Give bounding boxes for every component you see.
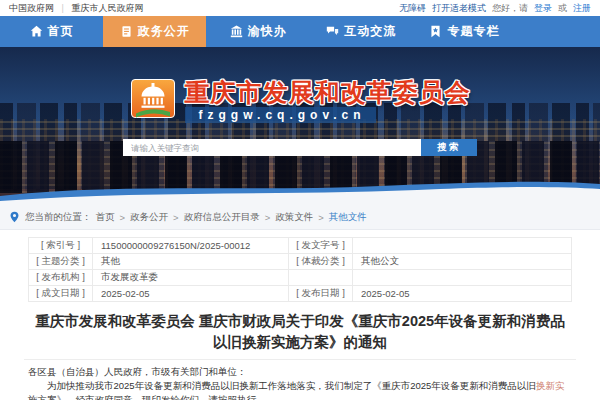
search-input[interactable] (123, 139, 421, 156)
site-titles: 重庆市发展和改革委员会 fzggw.cq.gov.cn (185, 79, 471, 123)
elder-mode-link[interactable]: 打开适老模式 (432, 2, 486, 15)
meta-label-topic: [ 主题分类 ] (29, 254, 93, 270)
building-icon (230, 25, 243, 38)
top-utility-bar: 中国政府网 | 重庆市人民政府网 无障碍 打开适老模式 您好，请 登录 或 注册 (0, 0, 600, 16)
meta-value-topic: 其他 (93, 254, 289, 270)
search-bar: 搜索 (123, 139, 477, 156)
breadcrumb-separator: > (173, 212, 179, 223)
nav-tab-special-topics[interactable]: 专题专栏 (413, 16, 516, 47)
meta-value-issuer: 市发展改革委 (93, 270, 289, 286)
breadcrumb-separator: > (265, 212, 271, 223)
nav-tab-label: 互动交流 (344, 23, 396, 40)
breadcrumb-separator: > (120, 212, 126, 223)
search-button[interactable]: 搜索 (421, 139, 477, 156)
nav-tab-interaction[interactable]: 互动交流 (310, 16, 413, 47)
location-pin-icon (10, 211, 19, 223)
meta-value-doc-number (353, 238, 572, 254)
nav-tab-label: 专题专栏 (447, 23, 499, 40)
paragraph-text: 施方案》，经市政府同意，现印发给你们，请按照执行。 (28, 394, 266, 400)
nav-tab-label: 首页 (48, 23, 74, 40)
agency-logo-icon (130, 79, 176, 123)
highlighted-keyword: 换新实 (536, 380, 565, 391)
nav-tab-label: 渝快办 (248, 23, 287, 40)
bookmark-icon (429, 25, 442, 38)
document-icon (120, 25, 133, 38)
site-name: 重庆市发展和改革委员会 (185, 79, 471, 105)
meta-value-index: 11500000009276150N/2025-00012 (93, 238, 289, 254)
meta-value-empty (353, 270, 572, 286)
meta-label-written-date: [ 成文日期 ] (29, 286, 93, 302)
topbar-separator: | (62, 3, 64, 13)
title-divider (24, 359, 576, 360)
link-chongqing-gov[interactable]: 重庆市人民政府网 (71, 3, 143, 13)
main-nav: 首页 政务公开 渝快办 互动交流 专题专栏 (0, 16, 600, 47)
home-icon (30, 25, 43, 38)
topbar-right: 无障碍 打开适老模式 您好，请 登录 或 注册 (399, 2, 591, 15)
main-nav-inner: 首页 政务公开 渝快办 互动交流 专题专栏 (0, 16, 516, 47)
article-body: 各区县（自治县）人民政府，市级有关部门和单位： 为加快推动我市2025年设备更新… (28, 365, 572, 400)
register-link[interactable]: 注册 (573, 2, 591, 15)
table-row: [ 索引号 ] 11500000009276150N/2025-00012 [ … (29, 238, 572, 254)
breadcrumb-item-gov-info[interactable]: 政务公开 (130, 211, 168, 224)
login-link[interactable]: 登录 (534, 2, 552, 15)
meta-label-doc-number: [ 发文字号 ] (289, 238, 353, 254)
breadcrumb-item-home[interactable]: 首页 (96, 211, 115, 224)
accessibility-link[interactable]: 无障碍 (399, 2, 426, 15)
breadcrumb-separator: > (318, 212, 324, 223)
link-china-gov[interactable]: 中国政府网 (9, 3, 54, 13)
article-salutation: 各区县（自治县）人民政府，市级有关部门和单位： (28, 365, 572, 379)
site-url: fzggw.cq.gov.cn (185, 107, 376, 123)
meta-label-empty (289, 270, 353, 286)
meta-label-genre: [ 体裁分类 ] (289, 254, 353, 270)
page: 中国政府网 | 重庆市人民政府网 无障碍 打开适老模式 您好，请 登录 或 注册… (0, 0, 600, 400)
meta-value-written-date: 2025-02-05 (93, 286, 289, 302)
greeting-text: 您好，请 (492, 2, 528, 15)
or-text: 或 (558, 2, 567, 15)
breadcrumb: 您当前的位置： 首页 > 政务公开 > 政府信息公开目录 > 政策文件 > 其他… (0, 205, 600, 230)
table-row: [ 成文日期 ] 2025-02-05 [ 发布日期 ] 2025-02-05 (29, 286, 572, 302)
meta-label-index: [ 索引号 ] (29, 238, 93, 254)
site-logo-block: 重庆市发展和改革委员会 fzggw.cq.gov.cn (0, 79, 600, 123)
nav-tab-yukuaiban[interactable]: 渝快办 (206, 16, 309, 47)
table-row: [ 主题分类 ] 其他 [ 体裁分类 ] 其他公文 (29, 254, 572, 270)
hero-banner: 重庆市发展和改革委员会 fzggw.cq.gov.cn 搜索 (0, 47, 600, 205)
chat-icon (326, 25, 339, 38)
breadcrumb-item-other-files[interactable]: 其他文件 (329, 211, 367, 224)
table-row: [ 发布机构 ] 市发展改革委 (29, 270, 572, 286)
paragraph-text: 为加快推动我市2025年设备更新和消费品以旧换新工作落地落实，我们制定了《重庆市… (47, 380, 536, 391)
breadcrumb-prefix: 您当前的位置： (25, 211, 92, 224)
doc-meta-table: [ 索引号 ] 11500000009276150N/2025-00012 [ … (28, 237, 572, 302)
breadcrumb-item-policy-files[interactable]: 政策文件 (275, 211, 313, 224)
meta-value-publish-date: 2025-02-05 (353, 286, 572, 302)
nav-tab-gov-info[interactable]: 政务公开 (103, 16, 206, 47)
nav-tab-label: 政务公开 (138, 23, 190, 40)
topbar-left: 中国政府网 | 重庆市人民政府网 (9, 2, 143, 15)
document-content: [ 索引号 ] 11500000009276150N/2025-00012 [ … (0, 230, 600, 400)
article-paragraph: 为加快推动我市2025年设备更新和消费品以旧换新工作落地落实，我们制定了《重庆市… (28, 379, 572, 400)
banner-wave-decoration (0, 179, 600, 205)
meta-value-genre: 其他公文 (353, 254, 572, 270)
meta-label-publish-date: [ 发布日期 ] (289, 286, 353, 302)
meta-label-issuer: [ 发布机构 ] (29, 270, 93, 286)
nav-tab-home[interactable]: 首页 (0, 16, 103, 47)
page-title: 重庆市发展和改革委员会 重庆市财政局关于印发《重庆市2025年设备更新和消费品以… (30, 311, 570, 353)
breadcrumb-item-info-catalog[interactable]: 政府信息公开目录 (184, 211, 260, 224)
